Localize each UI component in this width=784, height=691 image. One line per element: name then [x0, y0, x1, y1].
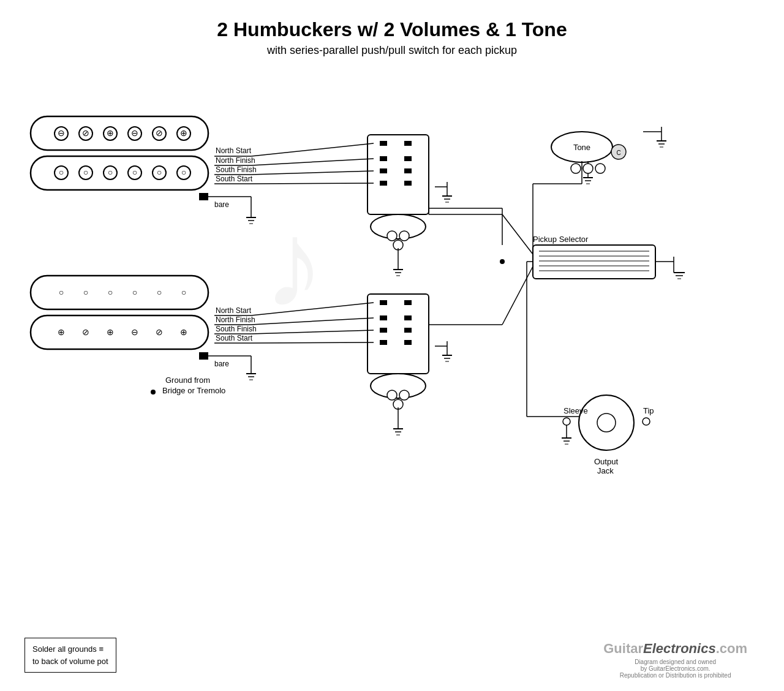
svg-text:⊕: ⊕ — [180, 327, 187, 337]
sleeve-label: Sleeve — [564, 406, 588, 415]
svg-text:○: ○ — [157, 287, 162, 297]
svg-point-138 — [643, 418, 650, 425]
svg-rect-38 — [404, 141, 412, 146]
svg-rect-80 — [404, 300, 412, 305]
svg-point-73 — [151, 390, 156, 395]
svg-point-120 — [571, 164, 581, 173]
svg-point-133 — [563, 418, 570, 425]
svg-rect-79 — [380, 300, 387, 305]
svg-text:○: ○ — [59, 287, 64, 297]
svg-line-49 — [251, 143, 374, 156]
svg-text:⊘: ⊘ — [82, 327, 89, 337]
svg-rect-37 — [380, 141, 387, 146]
svg-text:○: ○ — [181, 287, 186, 297]
ss1-label: South Start — [216, 175, 253, 183]
svg-text:○: ○ — [132, 167, 137, 177]
svg-text:⊘: ⊘ — [156, 327, 163, 337]
ns1-label: North Start — [216, 146, 252, 155]
bare1-label: bare — [214, 200, 229, 209]
svg-rect-84 — [404, 328, 412, 333]
tone-label: Tone — [573, 143, 590, 152]
title-area: 2 Humbuckers w/ 2 Volumes & 1 Tone with … — [0, 0, 784, 57]
tip-label: Tip — [643, 406, 654, 415]
svg-rect-71 — [199, 352, 208, 360]
svg-text:⊖: ⊖ — [131, 128, 138, 138]
note-text: Solder all grounds ≡to back of volume po… — [32, 644, 108, 666]
svg-rect-40 — [404, 156, 412, 161]
nf1-label: North Finish — [216, 156, 255, 165]
nf2-label: North Finish — [216, 315, 255, 324]
page-container: 2 Humbuckers w/ 2 Volumes & 1 Tone with … — [0, 0, 784, 691]
svg-rect-81 — [380, 315, 387, 320]
wiring-diagram-svg: ⊖ ⊘ ⊕ ⊖ ⊘ ⊕ ○ ○ ○ ○ ○ ○ North Start — [0, 61, 784, 582]
svg-text:○: ○ — [132, 287, 137, 297]
svg-point-46 — [387, 231, 397, 241]
svg-text:⊕: ⊕ — [180, 128, 187, 138]
logo-area: GuitarElectronics.com Diagram designed a… — [603, 641, 747, 679]
svg-rect-82 — [404, 315, 412, 320]
svg-rect-44 — [404, 181, 412, 186]
bare2-label: bare — [214, 360, 229, 368]
watermark: ♪ — [263, 197, 325, 333]
svg-text:○: ○ — [108, 287, 113, 297]
diagram-container: ⊖ ⊘ ⊕ ⊖ ⊘ ⊕ ○ ○ ○ ○ ○ ○ North Start — [0, 61, 784, 643]
svg-text:○: ○ — [108, 167, 113, 177]
svg-text:⊘: ⊘ — [82, 128, 89, 138]
svg-point-121 — [583, 164, 593, 173]
selector-label: Pickup Selector — [533, 235, 589, 244]
svg-line-50 — [251, 159, 374, 165]
svg-rect-95 — [533, 245, 655, 279]
svg-point-122 — [595, 164, 605, 173]
svg-line-51 — [251, 171, 374, 175]
svg-rect-83 — [380, 328, 387, 333]
svg-rect-30 — [199, 193, 208, 200]
svg-rect-39 — [380, 156, 387, 161]
disclaimer: Diagram designed and owned by GuitarElec… — [603, 659, 747, 679]
svg-text:○: ○ — [181, 167, 186, 177]
svg-text:⊖: ⊖ — [58, 128, 65, 138]
svg-line-94 — [251, 342, 374, 343]
svg-line-52 — [251, 183, 374, 184]
svg-rect-36 — [368, 135, 429, 214]
svg-point-47 — [399, 231, 409, 241]
svg-text:○: ○ — [83, 167, 88, 177]
note-box: Solder all grounds ≡to back of volume po… — [24, 638, 116, 673]
svg-text:○: ○ — [83, 287, 88, 297]
svg-text:⊕: ⊕ — [107, 327, 114, 337]
svg-text:C: C — [616, 149, 620, 156]
svg-point-112 — [500, 259, 505, 264]
bridge-ground-label: Ground from — [165, 376, 210, 385]
output-jack-label: Output — [594, 457, 618, 466]
svg-line-109 — [502, 266, 533, 325]
svg-rect-43 — [380, 181, 387, 186]
svg-rect-85 — [380, 340, 387, 345]
main-title: 2 Humbuckers w/ 2 Volumes & 1 Tone — [0, 18, 784, 41]
ns2-label: North Start — [216, 306, 252, 315]
svg-point-88 — [387, 390, 397, 400]
svg-text:⊕: ⊕ — [107, 128, 114, 138]
svg-rect-78 — [368, 294, 429, 374]
svg-point-132 — [597, 413, 616, 432]
sub-title: with series-parallel push/pull switch fo… — [0, 44, 784, 57]
svg-point-87 — [371, 374, 426, 398]
sf1-label: South Finish — [216, 165, 257, 174]
output-jack-label2: Jack — [597, 466, 614, 475]
svg-text:○: ○ — [157, 167, 162, 177]
svg-point-45 — [371, 214, 426, 239]
svg-text:○: ○ — [59, 167, 64, 177]
svg-text:⊖: ⊖ — [131, 327, 138, 337]
svg-rect-41 — [380, 168, 387, 173]
logo-brand: GuitarElectronics.com — [603, 641, 747, 657]
bridge-ground-label2: Bridge or Tremolo — [162, 386, 225, 395]
svg-point-89 — [399, 390, 409, 400]
svg-text:⊕: ⊕ — [58, 327, 65, 337]
svg-line-106 — [502, 214, 533, 254]
sf2-label: South Finish — [216, 325, 257, 333]
ss2-label: South Start — [216, 334, 253, 342]
svg-rect-42 — [404, 168, 412, 173]
svg-rect-86 — [404, 340, 412, 345]
svg-text:⊘: ⊘ — [156, 128, 163, 138]
